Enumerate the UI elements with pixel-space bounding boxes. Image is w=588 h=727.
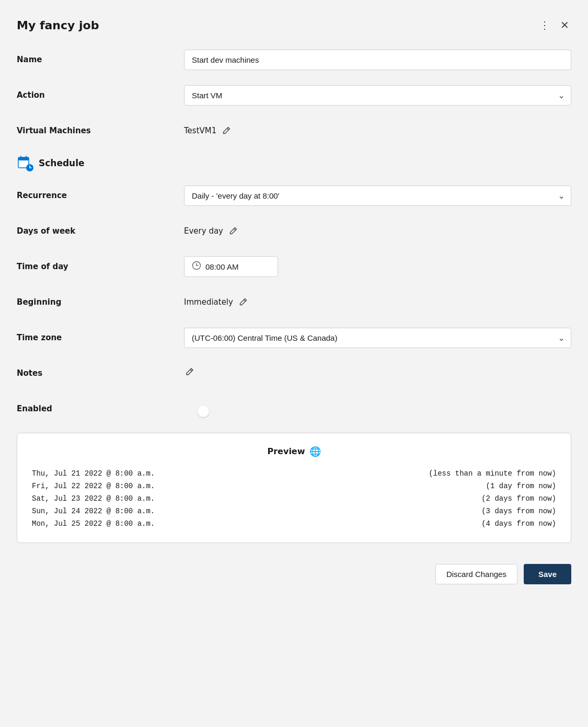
panel-header: My fancy job ⋮ ✕ bbox=[17, 17, 571, 33]
footer: Discard Changes Save bbox=[17, 560, 571, 584]
notes-edit-icon[interactable] bbox=[184, 367, 194, 377]
timezone-select-wrapper: (UTC-06:00) Central Time (US & Canada) (… bbox=[184, 328, 571, 348]
vm-edit-icon[interactable] bbox=[222, 126, 231, 135]
time-input-wrapper bbox=[184, 256, 278, 277]
name-input[interactable] bbox=[184, 50, 571, 70]
notes-label: Notes bbox=[17, 368, 184, 378]
action-control: Start VM Stop VM Restart VM ⌄ bbox=[184, 85, 571, 106]
time-of-day-control bbox=[184, 256, 571, 277]
timezone-control: (UTC-06:00) Central Time (US & Canada) (… bbox=[184, 328, 571, 348]
page-title: My fancy job bbox=[17, 19, 99, 32]
timezone-label: Time zone bbox=[17, 333, 184, 342]
preview-row-3: Sun, Jul 24 2022 @ 8:00 a.m. (3 days fro… bbox=[32, 505, 556, 517]
preview-date-0: Thu, Jul 21 2022 @ 8:00 a.m. bbox=[32, 469, 155, 478]
days-of-week-label: Days of week bbox=[17, 226, 184, 236]
recurrence-select-wrapper: Daily - 'every day at 8:00' Weekly Month… bbox=[184, 186, 571, 206]
discard-changes-button[interactable]: Discard Changes bbox=[435, 564, 517, 584]
more-icon: ⋮ bbox=[539, 19, 550, 31]
vm-value-wrapper: TestVM1 bbox=[184, 126, 571, 135]
timezone-select[interactable]: (UTC-06:00) Central Time (US & Canada) (… bbox=[184, 328, 571, 348]
recurrence-control: Daily - 'every day at 8:00' Weekly Month… bbox=[184, 186, 571, 206]
schedule-section-title: Schedule bbox=[39, 158, 85, 168]
preview-date-1: Fri, Jul 22 2022 @ 8:00 a.m. bbox=[32, 482, 155, 490]
svg-rect-1 bbox=[18, 157, 29, 160]
preview-relative-3: (3 days from now) bbox=[481, 507, 556, 515]
preview-row-0: Thu, Jul 21 2022 @ 8:00 a.m. (less than … bbox=[32, 467, 556, 480]
time-of-day-label: Time of day bbox=[17, 262, 184, 271]
recurrence-label: Recurrence bbox=[17, 191, 184, 200]
vm-control: TestVM1 bbox=[184, 126, 571, 135]
days-of-week-row: Days of week Every day bbox=[17, 220, 571, 243]
vm-value-text: TestVM1 bbox=[184, 126, 216, 135]
preview-row-2: Sat, Jul 23 2022 @ 8:00 a.m. (2 days fro… bbox=[32, 492, 556, 505]
time-input[interactable] bbox=[205, 262, 258, 271]
beginning-value-wrapper: Immediately bbox=[184, 297, 571, 307]
preview-title: Preview bbox=[267, 446, 305, 456]
preview-relative-2: (2 days from now) bbox=[481, 494, 556, 503]
preview-date-4: Mon, Jul 25 2022 @ 8:00 a.m. bbox=[32, 520, 155, 528]
preview-date-3: Sun, Jul 24 2022 @ 8:00 a.m. bbox=[32, 507, 155, 515]
preview-row-4: Mon, Jul 25 2022 @ 8:00 a.m. (4 days fro… bbox=[32, 517, 556, 530]
beginning-control: Immediately bbox=[184, 297, 571, 307]
close-icon: ✕ bbox=[560, 19, 569, 31]
enabled-control bbox=[184, 404, 571, 414]
preview-relative-0: (less than a minute from now) bbox=[429, 469, 556, 478]
beginning-edit-icon[interactable] bbox=[238, 297, 248, 307]
days-of-week-value-wrapper: Every day bbox=[184, 226, 571, 236]
action-select-wrapper: Start VM Stop VM Restart VM ⌄ bbox=[184, 85, 571, 106]
vm-label: Virtual Machines bbox=[17, 126, 184, 135]
days-of-week-control: Every day bbox=[184, 226, 571, 236]
preview-globe-icon: 🌐 bbox=[309, 446, 321, 457]
recurrence-select[interactable]: Daily - 'every day at 8:00' Weekly Month… bbox=[184, 186, 571, 206]
preview-section: Preview 🌐 Thu, Jul 21 2022 @ 8:00 a.m. (… bbox=[17, 433, 571, 543]
schedule-section-header: Schedule bbox=[17, 155, 571, 171]
vm-row: Virtual Machines TestVM1 bbox=[17, 119, 571, 142]
preview-header: Preview 🌐 bbox=[32, 446, 556, 457]
save-button[interactable]: Save bbox=[524, 564, 571, 584]
action-label: Action bbox=[17, 90, 184, 100]
more-options-button[interactable]: ⋮ bbox=[537, 17, 552, 33]
preview-date-2: Sat, Jul 23 2022 @ 8:00 a.m. bbox=[32, 494, 155, 503]
recurrence-row: Recurrence Daily - 'every day at 8:00' W… bbox=[17, 184, 571, 207]
enabled-label: Enabled bbox=[17, 404, 184, 413]
preview-table: Thu, Jul 21 2022 @ 8:00 a.m. (less than … bbox=[32, 467, 556, 530]
schedule-icon bbox=[17, 155, 33, 171]
close-button[interactable]: ✕ bbox=[558, 17, 571, 33]
beginning-row: Beginning Immediately bbox=[17, 291, 571, 314]
days-of-week-edit-icon[interactable] bbox=[228, 226, 238, 236]
header-actions: ⋮ ✕ bbox=[537, 17, 571, 33]
beginning-text: Immediately bbox=[184, 297, 233, 307]
enabled-row: Enabled bbox=[17, 397, 571, 420]
main-panel: My fancy job ⋮ ✕ Name Action Start VM St… bbox=[0, 0, 588, 727]
notes-row: Notes bbox=[17, 362, 571, 385]
days-of-week-text: Every day bbox=[184, 226, 223, 236]
preview-relative-1: (1 day from now) bbox=[486, 482, 556, 490]
time-of-day-row: Time of day bbox=[17, 255, 571, 278]
name-label: Name bbox=[17, 55, 184, 64]
notes-control bbox=[184, 367, 571, 379]
preview-row-1: Fri, Jul 22 2022 @ 8:00 a.m. (1 day from… bbox=[32, 480, 556, 492]
timezone-row: Time zone (UTC-06:00) Central Time (US &… bbox=[17, 326, 571, 349]
beginning-label: Beginning bbox=[17, 297, 184, 307]
action-row: Action Start VM Stop VM Restart VM ⌄ bbox=[17, 84, 571, 107]
name-row: Name bbox=[17, 48, 571, 71]
action-select[interactable]: Start VM Stop VM Restart VM bbox=[184, 85, 571, 106]
name-control bbox=[184, 50, 571, 70]
clock-icon bbox=[192, 261, 201, 272]
preview-relative-4: (4 days from now) bbox=[481, 520, 556, 528]
